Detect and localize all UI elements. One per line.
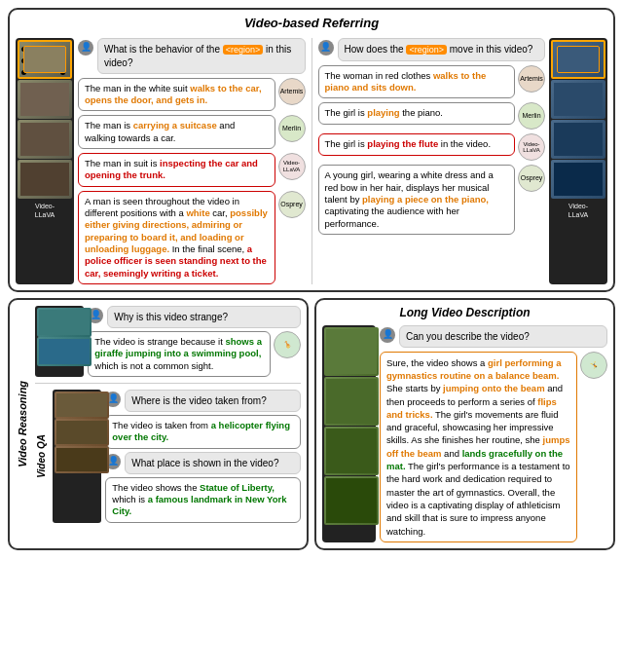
long-desc-text-area: 👤 Can you describe the video? Sure, the … <box>380 325 607 542</box>
right-answer-osprey: A young girl, wearing a white dress and … <box>318 165 516 235</box>
giraffe-qa: 👤 Why is this video strange? The video i… <box>88 306 301 377</box>
gym-model-badge: 🤸 <box>580 352 607 379</box>
film-frame-1 <box>18 40 72 79</box>
gym-frame-4 <box>324 476 379 525</box>
giraffe-film-strip <box>35 306 84 377</box>
giraffe-section: 👤 Why is this video strange? The video i… <box>35 306 301 377</box>
left-bottom: Video Reasoning 👤 <box>8 298 309 550</box>
liberty-q1: Where is the video taken from? <box>125 390 301 412</box>
liberty-q2: What place is shown in the video? <box>125 452 301 474</box>
bottom-section: Video Reasoning 👤 <box>8 298 615 550</box>
right-answer-2: The girl is playing the piano. Merlin <box>318 102 546 130</box>
region-tag-right: <region> <box>406 45 447 55</box>
left-question-row: 👤 What is the behavior of the <region> i… <box>78 38 306 74</box>
film-frame-4 <box>18 160 72 199</box>
long-desc-section: Long Video Description <box>322 306 607 542</box>
left-qa-area: Video-LLaVA 👤 What is the behavior of th… <box>16 38 306 284</box>
right-film-frame-2 <box>551 80 605 119</box>
video-qa-content: 👤 Where is the video taken from? The vid… <box>53 390 301 523</box>
liberty-film-strip <box>53 390 101 523</box>
long-desc-answer-row: Sure, the video shows a girl performing … <box>380 352 607 542</box>
merlin-badge-right: Merlin <box>518 102 545 130</box>
left-answer-4: A man is seen throughout the video in di… <box>78 191 306 284</box>
liberty-frame-1 <box>55 392 109 419</box>
top-section-title: Video-based Referring <box>16 16 607 32</box>
left-answer-artemis: The man in the white suit walks to the c… <box>78 78 275 112</box>
video-reasoning-label: Video Reasoning <box>16 306 29 542</box>
gym-frame-3 <box>324 427 379 475</box>
right-answer-videollava: The girl is playing the flute in the vid… <box>318 133 516 155</box>
giraffe-frame-2 <box>37 337 92 366</box>
giraffe-question-row: 👤 Why is this video strange? <box>88 306 301 328</box>
right-bottom: Long Video Description <box>314 298 615 550</box>
region-tag-left: <region> <box>223 45 264 55</box>
left-answer-2: The man is carrying a suitcase and walki… <box>78 115 306 149</box>
long-desc-title: Long Video Description <box>322 306 607 321</box>
long-desc-content: 👤 Can you describe the video? Sure, the … <box>322 325 607 542</box>
artemis-badge-right: Artemis <box>518 65 545 93</box>
user-icon-gym: 👤 <box>380 327 395 343</box>
liberty-a1: The video is taken from a helicopter fly… <box>105 415 301 449</box>
right-film-frame-4 <box>551 160 605 199</box>
artemis-badge: Artemis <box>278 78 306 105</box>
left-answer-osprey: A man is seen throughout the video in di… <box>78 191 275 284</box>
left-film-strip: Video-LLaVA <box>16 38 74 284</box>
long-desc-question: Can you describe the video? <box>399 325 607 348</box>
giraffe-question: Why is this video strange? <box>107 306 301 328</box>
osprey-badge-right: Osprey <box>518 165 545 192</box>
videollava-badge-left: Video-LLaVA <box>278 153 306 180</box>
bottom-left-content: 👤 Why is this video strange? The video i… <box>35 306 301 542</box>
right-qa-panel: 👤 How does the <region> move in this vid… <box>318 38 546 284</box>
center-divider <box>312 38 312 284</box>
video-label: Video-LLaVA <box>18 200 72 221</box>
giraffe-answer: The video is strange because it shows a … <box>88 331 271 377</box>
liberty-q2-row: 👤 What place is shown in the video? <box>105 452 301 474</box>
osprey-badge-left: Osprey <box>278 191 306 218</box>
right-answer-merlin: The girl is playing the piano. <box>318 102 516 124</box>
right-answer-artemis: The woman in red clothes walks to the pi… <box>318 65 516 99</box>
bottom-left-divider <box>35 383 301 384</box>
right-answer-3: The girl is playing the flute in the vid… <box>318 133 546 161</box>
giraffe-frame-1 <box>37 308 92 337</box>
main-container: Video-based Referring <box>0 0 623 558</box>
gym-film-strip <box>322 325 376 542</box>
left-answer-merlin: The man is carrying a suitcase and walki… <box>78 115 275 149</box>
right-film-frame-3 <box>551 120 605 159</box>
videollava-badge-right: Video-LLaVA <box>518 133 545 161</box>
liberty-a2: The video shows the Statue of Liberty, w… <box>105 477 301 523</box>
right-video-label: Video-LLaVA <box>551 200 605 221</box>
right-answer-4: A young girl, wearing a white dress and … <box>318 165 546 235</box>
long-desc-question-row: 👤 Can you describe the video? <box>380 325 607 348</box>
right-question-bubble: How does the <region> move in this video… <box>338 38 546 61</box>
left-question-bubble: What is the behavior of the <region> in … <box>97 38 306 74</box>
right-film-frame-1 <box>551 40 605 79</box>
left-answer-3: The man in suit is inspecting the car an… <box>78 153 306 187</box>
right-question-row: 👤 How does the <region> move in this vid… <box>318 38 546 61</box>
film-frame-3 <box>18 120 72 159</box>
right-answer-1: The woman in red clothes walks to the pi… <box>318 65 546 99</box>
liberty-q1-row: 👤 Where is the video taken from? <box>105 390 301 412</box>
left-answer-videollava: The man in suit is inspecting the car an… <box>78 153 275 187</box>
right-qa-area: 👤 How does the <region> move in this vid… <box>318 38 608 284</box>
left-answer-1: The man in the white suit walks to the c… <box>78 78 306 112</box>
giraffe-model-badge: 🦒 <box>274 331 301 358</box>
video-qa-row: Video QA <box>35 390 301 523</box>
video-qa-label: Video QA <box>35 390 48 523</box>
top-content: Video-LLaVA 👤 What is the behavior of th… <box>16 38 607 284</box>
left-qa-panel: 👤 What is the behavior of the <region> i… <box>78 38 306 284</box>
giraffe-answer-row: The video is strange because it shows a … <box>88 331 301 377</box>
liberty-frame-3 <box>55 446 109 473</box>
liberty-frame-2 <box>55 419 109 446</box>
liberty-qa-panel: 👤 Where is the video taken from? The vid… <box>105 390 301 523</box>
gym-frame-1 <box>324 327 379 376</box>
right-film-strip: Video-LLaVA <box>549 38 607 284</box>
long-desc-answer: Sure, the video shows a girl performing … <box>380 352 577 542</box>
user-icon-right: 👤 <box>318 40 334 56</box>
merlin-badge: Merlin <box>278 115 306 142</box>
film-frame-2 <box>18 80 72 119</box>
top-section: Video-based Referring <box>8 8 615 292</box>
user-icon-left: 👤 <box>78 40 93 56</box>
gym-frame-2 <box>324 377 379 426</box>
